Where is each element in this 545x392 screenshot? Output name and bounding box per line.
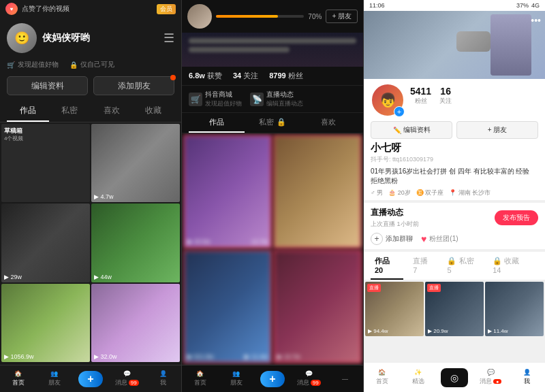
profile-tabs: 作品 私密 喜欢 收藏 xyxy=(0,101,181,122)
p3-tab-favorites[interactable]: 🔒 收藏 14 xyxy=(488,252,533,280)
content-grid: 草稿箱 4个视频 ▶ 4.7w ▶ 29w ▶ 44w ▶ 1056.9w ▶ … xyxy=(0,122,181,365)
p2-video-cell-4[interactable]: ▶ 10.7w xyxy=(273,250,362,363)
blur-line-1 xyxy=(189,38,356,44)
p3-tab-live[interactable]: 直播 7 xyxy=(409,252,437,280)
p3-fan-group-btn[interactable]: ♥ 粉丝团(1) xyxy=(421,233,458,245)
p2-create-button[interactable]: + xyxy=(260,371,285,387)
p3-nav-me[interactable]: 👤 我 xyxy=(509,369,545,386)
p3-friend-btn[interactable]: + 朋友 xyxy=(456,121,538,139)
create-button[interactable]: + xyxy=(78,371,103,387)
username: 侠妈侠呀哟 xyxy=(42,32,90,44)
p2-stat-likes: 6.8w 获赞 xyxy=(189,71,222,81)
p2-tab-private[interactable]: 私密 🔒 xyxy=(245,113,300,133)
video-cell-3[interactable]: ▶ 44w xyxy=(91,203,180,282)
hero-person xyxy=(490,14,531,76)
p2-content-grid: ▶ 20.5w 12.7w ▶ 521.8w ▶ 11.4w ▶ 10.7w xyxy=(182,133,363,365)
p3-live-section: 直播动态 上次直播 1小时前 发布预告 + 添加群聊 ♥ 粉丝团(1) xyxy=(364,203,545,249)
p3-add-group-btn[interactable]: + 添加群聊 xyxy=(371,233,413,245)
nav-friends[interactable]: 👥 朋友 xyxy=(36,370,72,387)
p3-live-sub: 上次直播 1小时前 xyxy=(371,220,419,229)
p3-nav-home[interactable]: 🏠 首页 xyxy=(364,369,400,386)
p3-follows-stat: 16 关注 xyxy=(439,86,452,105)
p3-video-cell-2[interactable]: 直播 ▶ 20.9w xyxy=(425,282,484,336)
p2-nav-messages[interactable]: 💬 消息 99 xyxy=(291,370,327,387)
camera-button[interactable]: ◎ xyxy=(441,368,468,387)
nav-me[interactable]: 👤 我 xyxy=(145,370,181,387)
nav-messages[interactable]: 💬 消息 99 xyxy=(109,370,145,387)
video-cell-2[interactable]: ▶ 29w xyxy=(1,203,90,282)
drafts-cell[interactable]: 草稿箱 4个视频 xyxy=(1,124,90,202)
tab-likes[interactable]: 喜欢 xyxy=(91,101,133,122)
p3-content-tabs: 作品 20 直播 7 🔒 私密 5 🔒 收藏 14 xyxy=(364,252,545,280)
p3-video-stat-3: ▶ 11.4w xyxy=(488,328,508,334)
p3-tag-zodiac: ♊ 双子座 xyxy=(416,189,444,197)
nav-plus[interactable]: + xyxy=(72,371,108,387)
profile-header: 🙂 侠妈侠呀哟 ☰ xyxy=(0,18,181,59)
p2-stat-fans: 8799 粉丝 xyxy=(269,71,303,81)
p3-nav-camera[interactable]: ◎ xyxy=(436,368,472,387)
p3-tag-gender: ♂ 男 xyxy=(371,189,383,197)
message-badge: 99 xyxy=(129,380,139,386)
p3-tab-works[interactable]: 作品 20 xyxy=(371,252,403,280)
edit-profile-button[interactable]: 编辑资料 xyxy=(7,76,88,95)
p3-edit-btn[interactable]: ✏️ 编辑资料 xyxy=(371,121,452,139)
tab-favorites[interactable]: 收藏 xyxy=(133,101,175,122)
p3-bio: 01年男孩16岁出社会打拼 创 四年 有比较丰富的 经验 拒绝黑粉 xyxy=(371,167,538,186)
p3-live-title: 直播动态 xyxy=(371,207,419,218)
p2-video-cell-2[interactable] xyxy=(273,135,362,248)
tab-private[interactable]: 私密 xyxy=(49,101,91,122)
edit-icon: ✏️ xyxy=(393,127,401,134)
p3-stats-row: 5411 粉丝 16 关注 xyxy=(410,83,538,105)
video-stat-1: ▶ 4.7w xyxy=(94,193,114,200)
p2-tab-works[interactable]: 作品 xyxy=(189,113,245,133)
more-options-icon[interactable]: ••• xyxy=(531,15,541,26)
p2-nav-friends[interactable]: 👥 朋友 xyxy=(218,370,254,387)
p3-fans-num: 5411 xyxy=(410,86,431,97)
profile-info: 🙂 侠妈侠呀哟 xyxy=(7,23,90,53)
p3-statusbar: 11:06 37% 4G xyxy=(364,0,545,11)
video-cell-5[interactable]: ▶ 32.0w xyxy=(91,284,180,362)
p2-message-badge: 99 xyxy=(311,380,321,386)
video-stat-4: ▶ 1056.9w xyxy=(4,353,34,360)
status-signal: 4G xyxy=(531,2,540,9)
menu-icon[interactable]: ☰ xyxy=(164,31,174,46)
vip-badge: 会员 xyxy=(157,4,176,14)
p3-nav-featured[interactable]: ✨ 精选 xyxy=(400,369,436,386)
nav-home[interactable]: 🏠 首页 xyxy=(0,370,36,387)
sub-item-private: 🔒 仅自己可见 xyxy=(69,60,114,69)
p3-video-cell-3[interactable]: ▶ 11.4w xyxy=(485,282,544,336)
p3-avatar-plus-icon: + xyxy=(394,106,405,117)
sub-item-shop: 🛒 发现超值好物 xyxy=(7,60,59,69)
p3-video-cell-1[interactable]: 直播 ▶ 94.4w xyxy=(365,282,424,336)
p3-tags: ♂ 男 🎂 20岁 ♊ 双子座 📍 湖南 长沙市 xyxy=(371,189,538,197)
video-stat-3: ▶ 44w xyxy=(94,274,112,280)
add-friend-button[interactable]: 添加朋友 xyxy=(93,76,174,95)
p2-links-row: 🛒 抖音商城 发现超值好物 📡 直播动态 编辑直播动态 xyxy=(182,86,363,113)
video-cell-4[interactable]: ▶ 1056.9w xyxy=(1,284,90,362)
p2-video-cell-1[interactable]: ▶ 20.5w 12.7w xyxy=(183,135,272,248)
p2-nav-plus[interactable]: + xyxy=(254,371,290,387)
p3-fans-label: 粉丝 xyxy=(410,97,431,105)
tab-works[interactable]: 作品 xyxy=(7,101,49,122)
p3-publish-button[interactable]: 发布预告 xyxy=(495,210,538,225)
p3-tag-age: 🎂 20岁 xyxy=(388,189,411,197)
p2-nav-home[interactable]: 🏠 首页 xyxy=(182,370,218,387)
p3-live-row: 直播动态 上次直播 1小时前 发布预告 xyxy=(371,207,538,229)
p2-nav-me[interactable]: — xyxy=(327,376,363,382)
p2-shop-link[interactable]: 🛒 抖音商城 发现超值好物 xyxy=(189,90,242,108)
p3-fans-stat: 5411 粉丝 xyxy=(410,86,431,105)
notification-icon: ♥ xyxy=(5,3,18,15)
add-group-icon: + xyxy=(371,233,383,245)
p2-progress-wrap xyxy=(216,15,304,18)
p2-tab-likes[interactable]: 喜欢 xyxy=(300,113,356,133)
p2-live-link[interactable]: 📡 直播动态 编辑直播动态 xyxy=(250,90,303,108)
panel-3: 11:06 37% 4G ••• 👦 + 5411 粉丝 16 xyxy=(364,0,545,392)
video-cell-1[interactable]: ▶ 4.7w xyxy=(91,124,180,202)
p2-video-cell-3[interactable]: ▶ 521.8w ▶ 11.4w xyxy=(183,250,272,363)
p3-nav-messages[interactable]: 💬 消息 ● xyxy=(473,369,509,386)
avatar: 🙂 xyxy=(7,23,37,53)
p2-friend-button[interactable]: + 朋友 xyxy=(326,10,358,23)
p3-tab-private[interactable]: 🔒 私密 5 xyxy=(443,252,483,280)
p2-video-stat-4: ▶ 10.7w xyxy=(277,353,300,360)
p2-blur-area xyxy=(182,33,363,67)
